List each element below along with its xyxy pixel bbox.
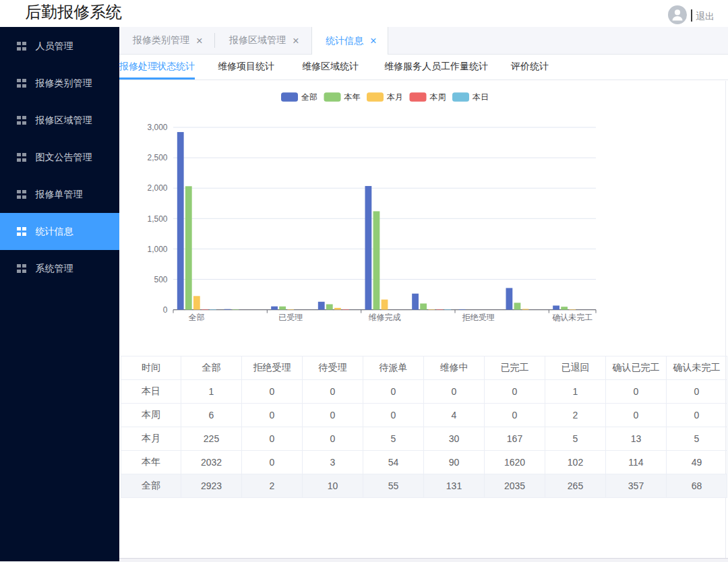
svg-text:2,500: 2,500 [147, 153, 167, 162]
svg-text:已受理: 已受理 [278, 313, 303, 322]
svg-text:本周: 本周 [429, 92, 446, 102]
svg-text:维修完成: 维修完成 [369, 313, 401, 322]
svg-text:拒绝受理: 拒绝受理 [462, 313, 495, 322]
svg-text:本日: 本日 [472, 92, 489, 102]
svg-text:500: 500 [154, 275, 167, 284]
svg-text:本年: 本年 [344, 92, 361, 102]
svg-text:确认未完工: 确认未完工 [552, 313, 593, 322]
svg-text:0: 0 [163, 305, 168, 315]
svg-text:全部: 全部 [189, 313, 205, 322]
svg-text:1,500: 1,500 [147, 214, 167, 224]
svg-text:本月: 本月 [386, 92, 403, 102]
svg-text:2,000: 2,000 [147, 183, 167, 193]
svg-text:1,000: 1,000 [147, 245, 167, 254]
svg-text:3,000: 3,000 [147, 123, 167, 132]
svg-text:全部: 全部 [301, 92, 317, 102]
